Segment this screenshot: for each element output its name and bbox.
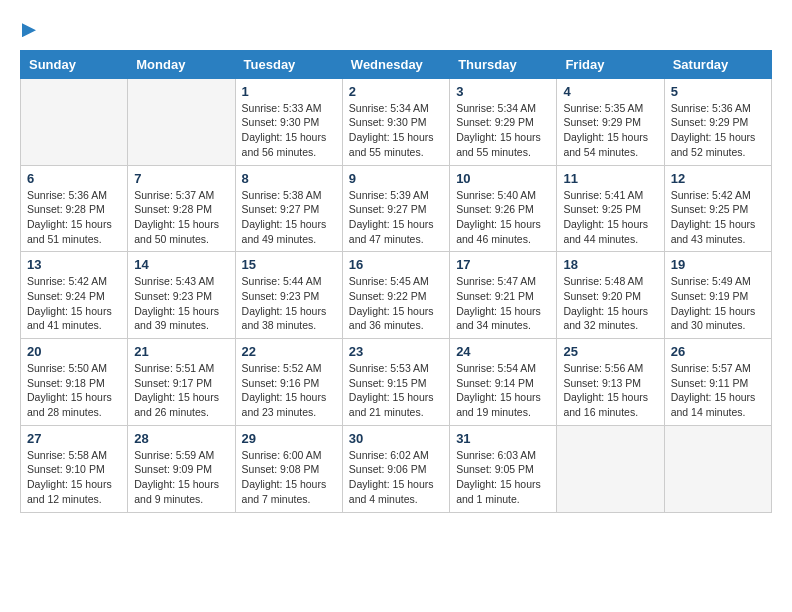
day-number: 27 <box>27 431 121 446</box>
day-info: Sunrise: 5:38 AM Sunset: 9:27 PM Dayligh… <box>242 188 336 247</box>
day-number: 1 <box>242 84 336 99</box>
day-info: Sunrise: 5:43 AM Sunset: 9:23 PM Dayligh… <box>134 274 228 333</box>
calendar-cell: 23Sunrise: 5:53 AM Sunset: 9:15 PM Dayli… <box>342 339 449 426</box>
day-header-monday: Monday <box>128 50 235 78</box>
calendar-cell: 16Sunrise: 5:45 AM Sunset: 9:22 PM Dayli… <box>342 252 449 339</box>
day-info: Sunrise: 5:47 AM Sunset: 9:21 PM Dayligh… <box>456 274 550 333</box>
calendar-cell: 19Sunrise: 5:49 AM Sunset: 9:19 PM Dayli… <box>664 252 771 339</box>
day-number: 23 <box>349 344 443 359</box>
logo-general <box>20 20 36 40</box>
day-header-tuesday: Tuesday <box>235 50 342 78</box>
calendar-cell: 20Sunrise: 5:50 AM Sunset: 9:18 PM Dayli… <box>21 339 128 426</box>
day-number: 28 <box>134 431 228 446</box>
day-number: 3 <box>456 84 550 99</box>
calendar-cell: 6Sunrise: 5:36 AM Sunset: 9:28 PM Daylig… <box>21 165 128 252</box>
day-number: 25 <box>563 344 657 359</box>
calendar-week-4: 20Sunrise: 5:50 AM Sunset: 9:18 PM Dayli… <box>21 339 772 426</box>
day-info: Sunrise: 5:54 AM Sunset: 9:14 PM Dayligh… <box>456 361 550 420</box>
calendar-cell: 28Sunrise: 5:59 AM Sunset: 9:09 PM Dayli… <box>128 425 235 512</box>
day-info: Sunrise: 5:49 AM Sunset: 9:19 PM Dayligh… <box>671 274 765 333</box>
day-number: 5 <box>671 84 765 99</box>
calendar-cell: 7Sunrise: 5:37 AM Sunset: 9:28 PM Daylig… <box>128 165 235 252</box>
day-info: Sunrise: 5:40 AM Sunset: 9:26 PM Dayligh… <box>456 188 550 247</box>
day-info: Sunrise: 5:36 AM Sunset: 9:28 PM Dayligh… <box>27 188 121 247</box>
calendar-cell: 27Sunrise: 5:58 AM Sunset: 9:10 PM Dayli… <box>21 425 128 512</box>
calendar-cell: 22Sunrise: 5:52 AM Sunset: 9:16 PM Dayli… <box>235 339 342 426</box>
day-info: Sunrise: 5:59 AM Sunset: 9:09 PM Dayligh… <box>134 448 228 507</box>
logo <box>20 20 36 40</box>
day-header-friday: Friday <box>557 50 664 78</box>
day-info: Sunrise: 5:58 AM Sunset: 9:10 PM Dayligh… <box>27 448 121 507</box>
day-number: 12 <box>671 171 765 186</box>
calendar-cell: 2Sunrise: 5:34 AM Sunset: 9:30 PM Daylig… <box>342 78 449 165</box>
day-number: 18 <box>563 257 657 272</box>
day-number: 26 <box>671 344 765 359</box>
day-info: Sunrise: 5:48 AM Sunset: 9:20 PM Dayligh… <box>563 274 657 333</box>
day-number: 19 <box>671 257 765 272</box>
day-info: Sunrise: 5:36 AM Sunset: 9:29 PM Dayligh… <box>671 101 765 160</box>
calendar-cell <box>128 78 235 165</box>
calendar-week-2: 6Sunrise: 5:36 AM Sunset: 9:28 PM Daylig… <box>21 165 772 252</box>
calendar-cell: 29Sunrise: 6:00 AM Sunset: 9:08 PM Dayli… <box>235 425 342 512</box>
day-number: 29 <box>242 431 336 446</box>
day-info: Sunrise: 5:34 AM Sunset: 9:29 PM Dayligh… <box>456 101 550 160</box>
day-header-sunday: Sunday <box>21 50 128 78</box>
calendar-cell: 24Sunrise: 5:54 AM Sunset: 9:14 PM Dayli… <box>450 339 557 426</box>
calendar-table: SundayMondayTuesdayWednesdayThursdayFrid… <box>20 50 772 513</box>
day-info: Sunrise: 5:42 AM Sunset: 9:24 PM Dayligh… <box>27 274 121 333</box>
day-info: Sunrise: 5:57 AM Sunset: 9:11 PM Dayligh… <box>671 361 765 420</box>
day-info: Sunrise: 5:51 AM Sunset: 9:17 PM Dayligh… <box>134 361 228 420</box>
day-number: 2 <box>349 84 443 99</box>
day-number: 31 <box>456 431 550 446</box>
day-number: 4 <box>563 84 657 99</box>
day-number: 6 <box>27 171 121 186</box>
calendar-cell <box>664 425 771 512</box>
calendar-header-row: SundayMondayTuesdayWednesdayThursdayFrid… <box>21 50 772 78</box>
day-info: Sunrise: 6:00 AM Sunset: 9:08 PM Dayligh… <box>242 448 336 507</box>
calendar-cell: 21Sunrise: 5:51 AM Sunset: 9:17 PM Dayli… <box>128 339 235 426</box>
day-number: 8 <box>242 171 336 186</box>
day-info: Sunrise: 5:53 AM Sunset: 9:15 PM Dayligh… <box>349 361 443 420</box>
day-info: Sunrise: 5:45 AM Sunset: 9:22 PM Dayligh… <box>349 274 443 333</box>
day-header-thursday: Thursday <box>450 50 557 78</box>
day-number: 24 <box>456 344 550 359</box>
day-number: 16 <box>349 257 443 272</box>
calendar-cell: 10Sunrise: 5:40 AM Sunset: 9:26 PM Dayli… <box>450 165 557 252</box>
calendar-cell: 31Sunrise: 6:03 AM Sunset: 9:05 PM Dayli… <box>450 425 557 512</box>
calendar-cell: 14Sunrise: 5:43 AM Sunset: 9:23 PM Dayli… <box>128 252 235 339</box>
calendar-cell: 13Sunrise: 5:42 AM Sunset: 9:24 PM Dayli… <box>21 252 128 339</box>
calendar-cell: 12Sunrise: 5:42 AM Sunset: 9:25 PM Dayli… <box>664 165 771 252</box>
calendar-cell <box>557 425 664 512</box>
calendar-cell: 26Sunrise: 5:57 AM Sunset: 9:11 PM Dayli… <box>664 339 771 426</box>
calendar-week-1: 1Sunrise: 5:33 AM Sunset: 9:30 PM Daylig… <box>21 78 772 165</box>
day-number: 14 <box>134 257 228 272</box>
calendar-cell: 5Sunrise: 5:36 AM Sunset: 9:29 PM Daylig… <box>664 78 771 165</box>
calendar-week-3: 13Sunrise: 5:42 AM Sunset: 9:24 PM Dayli… <box>21 252 772 339</box>
day-info: Sunrise: 5:50 AM Sunset: 9:18 PM Dayligh… <box>27 361 121 420</box>
day-number: 7 <box>134 171 228 186</box>
calendar-cell: 30Sunrise: 6:02 AM Sunset: 9:06 PM Dayli… <box>342 425 449 512</box>
day-info: Sunrise: 5:42 AM Sunset: 9:25 PM Dayligh… <box>671 188 765 247</box>
day-number: 22 <box>242 344 336 359</box>
day-number: 15 <box>242 257 336 272</box>
calendar-cell: 15Sunrise: 5:44 AM Sunset: 9:23 PM Dayli… <box>235 252 342 339</box>
day-number: 11 <box>563 171 657 186</box>
day-info: Sunrise: 5:56 AM Sunset: 9:13 PM Dayligh… <box>563 361 657 420</box>
day-number: 10 <box>456 171 550 186</box>
calendar-cell: 1Sunrise: 5:33 AM Sunset: 9:30 PM Daylig… <box>235 78 342 165</box>
calendar-cell: 8Sunrise: 5:38 AM Sunset: 9:27 PM Daylig… <box>235 165 342 252</box>
day-info: Sunrise: 6:02 AM Sunset: 9:06 PM Dayligh… <box>349 448 443 507</box>
day-number: 20 <box>27 344 121 359</box>
day-info: Sunrise: 6:03 AM Sunset: 9:05 PM Dayligh… <box>456 448 550 507</box>
day-info: Sunrise: 5:39 AM Sunset: 9:27 PM Dayligh… <box>349 188 443 247</box>
calendar-cell: 9Sunrise: 5:39 AM Sunset: 9:27 PM Daylig… <box>342 165 449 252</box>
day-info: Sunrise: 5:37 AM Sunset: 9:28 PM Dayligh… <box>134 188 228 247</box>
calendar-cell: 17Sunrise: 5:47 AM Sunset: 9:21 PM Dayli… <box>450 252 557 339</box>
day-header-saturday: Saturday <box>664 50 771 78</box>
day-number: 30 <box>349 431 443 446</box>
logo-arrow-icon <box>22 23 36 37</box>
day-info: Sunrise: 5:34 AM Sunset: 9:30 PM Dayligh… <box>349 101 443 160</box>
day-info: Sunrise: 5:35 AM Sunset: 9:29 PM Dayligh… <box>563 101 657 160</box>
day-info: Sunrise: 5:41 AM Sunset: 9:25 PM Dayligh… <box>563 188 657 247</box>
day-info: Sunrise: 5:33 AM Sunset: 9:30 PM Dayligh… <box>242 101 336 160</box>
